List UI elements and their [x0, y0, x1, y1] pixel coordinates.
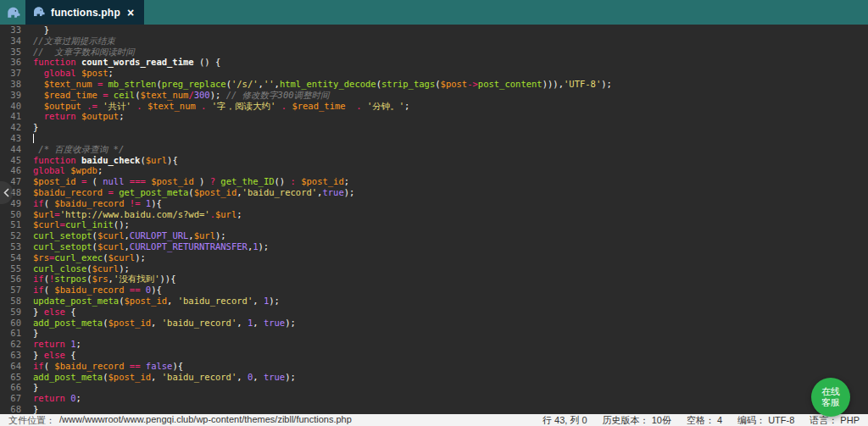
code-token: (); — [114, 219, 130, 230]
code-token: $post_id — [33, 176, 76, 186]
code-line-40[interactable]: $output .= '共计' . $text_num . '字，阅读大约' .… — [33, 101, 868, 112]
code-token: == — [130, 285, 141, 295]
code-line-60[interactable]: add_post_meta($post_id, 'baidu_record', … — [33, 318, 868, 329]
code-token: $post_id — [124, 296, 167, 306]
line-number: 41 — [0, 111, 21, 122]
code-token: return — [33, 393, 70, 403]
code-token: get_the_ID — [220, 176, 274, 186]
close-icon[interactable]: × — [127, 7, 134, 19]
code-line-56[interactable]: if(!strpos($rs,'没有找到')){ — [33, 274, 868, 285]
code-token: $baidu_record — [54, 285, 124, 295]
code-token — [346, 101, 357, 111]
code-token: } — [33, 350, 44, 360]
code-line-58[interactable]: update_post_meta($post_id, 'baidu_record… — [33, 296, 868, 307]
gutter: 3334353637383940414243444546474849505152… — [0, 25, 29, 414]
code-line-37[interactable]: global $post; — [33, 68, 868, 79]
code-line-64[interactable]: if( $baidu_record == false){ — [33, 361, 868, 372]
tab-bar: functions.php × — [0, 0, 868, 25]
code-line-63[interactable]: } else { — [33, 350, 868, 361]
code-token: $text_num — [44, 79, 92, 89]
code-token: ; — [119, 111, 124, 121]
code-token: // 文章字数和阅读时间 — [33, 47, 135, 57]
code-line-67[interactable]: return 0; — [33, 393, 868, 404]
code-token: $post_id — [151, 176, 194, 186]
code-area[interactable]: 3334353637383940414243444546474849505152… — [0, 25, 868, 414]
code-token: html_entity_decode — [280, 79, 376, 89]
code-token: $curl — [108, 252, 136, 263]
chevron-left-icon — [3, 188, 9, 197]
code-line-50[interactable]: $url='http://www.baidu.com/s?wd='.$url; — [33, 209, 868, 220]
code-token: ( — [86, 176, 103, 186]
encoding[interactable]: 编码： UTF-8 — [737, 414, 794, 426]
code-token: '没有找到' — [114, 274, 160, 284]
line-number: 35 — [0, 47, 21, 58]
line-number: 50 — [0, 209, 21, 220]
code-line-47[interactable]: $post_id = ( null === $post_id ) ? get_t… — [33, 176, 868, 187]
code-token: ; — [76, 393, 81, 403]
code-line-45[interactable]: function baidu_check($url){ — [33, 155, 868, 166]
code-line-39[interactable]: $read_time = ceil($text_num/300); // 修改数… — [33, 90, 868, 101]
code-line-48[interactable]: $baidu_record = get_post_meta($post_id,'… — [33, 187, 868, 198]
code-line-38[interactable]: $text_num = mb_strlen(preg_replace('/s/'… — [33, 79, 868, 90]
text-caret — [33, 134, 34, 143]
code-token: if — [33, 361, 44, 371]
code-line-59[interactable]: } else { — [33, 307, 868, 318]
cursor-position-indicator[interactable]: 行 43, 列 0 — [542, 414, 587, 426]
code-line-61[interactable]: } — [33, 328, 868, 339]
code-token: '共计' — [103, 101, 131, 111]
code-line-65[interactable]: add_post_meta($post_id, 'baidu_record', … — [33, 372, 868, 383]
code-line-57[interactable]: if( $baidu_record == 0){ — [33, 285, 868, 296]
code-line-49[interactable]: if( $baidu_record != 1){ — [33, 198, 868, 209]
code-line-42[interactable]: } — [33, 122, 868, 133]
code-token — [33, 68, 44, 78]
code-token: $post — [81, 68, 108, 78]
code-token: ){ — [172, 361, 183, 371]
code-line-52[interactable]: curl_setopt($curl,CURLOPT_URL,$url); — [33, 230, 868, 241]
code-line-35[interactable]: // 文章字数和阅读时间 — [33, 47, 868, 58]
code-token: strip_tags — [381, 79, 435, 89]
code-token: else — [44, 307, 65, 317]
code-editor-window: functions.php × 333435363738394041424344… — [0, 0, 868, 426]
code-token: ); — [119, 263, 130, 274]
code-token: { — [65, 307, 76, 317]
code-token: .= — [86, 101, 97, 111]
status-bar: 文件位置： /www/wwwroot/www.pengqi.club/wp-co… — [0, 414, 868, 426]
code-token: 'baidu_record' — [162, 372, 237, 382]
code-line-68[interactable]: } — [33, 404, 868, 414]
code-token: $output — [44, 101, 81, 111]
code-line-43[interactable] — [33, 133, 868, 144]
code-line-46[interactable]: global $wpdb; — [33, 165, 868, 176]
code-line-33[interactable]: } — [33, 25, 868, 36]
code-token: count_words_read_time — [81, 57, 194, 67]
code-token: $read_time — [292, 101, 345, 111]
code-line-66[interactable]: } — [33, 382, 868, 393]
code-line-51[interactable]: $curl=curl_init(); — [33, 219, 868, 230]
code-token: true — [322, 187, 343, 197]
code-token — [33, 90, 44, 100]
line-number: 43 — [0, 133, 21, 144]
code-token: $curl — [97, 241, 125, 252]
code-line-53[interactable]: curl_setopt($curl,CURLOPT_RETURNTRANSFER… — [33, 241, 868, 252]
code-line-62[interactable]: return 1; — [33, 339, 868, 350]
customer-service-button[interactable]: 在线 客服 — [811, 378, 850, 417]
code-token: ); — [285, 372, 296, 382]
code-line-55[interactable]: curl_close($curl); — [33, 263, 868, 274]
code-line-41[interactable]: return $output; — [33, 111, 868, 122]
code-token: $rs — [33, 252, 49, 263]
code-token: () { — [194, 57, 221, 67]
history-versions[interactable]: 历史版本： 10份 — [603, 414, 671, 426]
code-line-44[interactable]: /* 百度收录查询 */ — [33, 144, 868, 155]
code-line-54[interactable]: $rs=curl_exec($curl); — [33, 252, 868, 263]
indent-spaces[interactable]: 空格： 4 — [687, 414, 722, 426]
line-number: 66 — [0, 382, 21, 393]
code-token: get_post_meta — [119, 187, 188, 197]
tab-functions-php[interactable]: functions.php × — [25, 0, 144, 25]
code-token: CURLOPT_RETURNTRANSFER — [130, 241, 248, 252]
code-token: $output — [81, 111, 119, 121]
code-line-34[interactable]: //文章过期提示结束 — [33, 36, 868, 47]
code-token: function — [33, 155, 81, 165]
code-token: $curl — [97, 230, 125, 241]
code-line-36[interactable]: function count_words_read_time () { — [33, 57, 868, 68]
php-elephant-logo-icon — [0, 0, 25, 25]
code-token: $baidu_record — [33, 187, 103, 197]
